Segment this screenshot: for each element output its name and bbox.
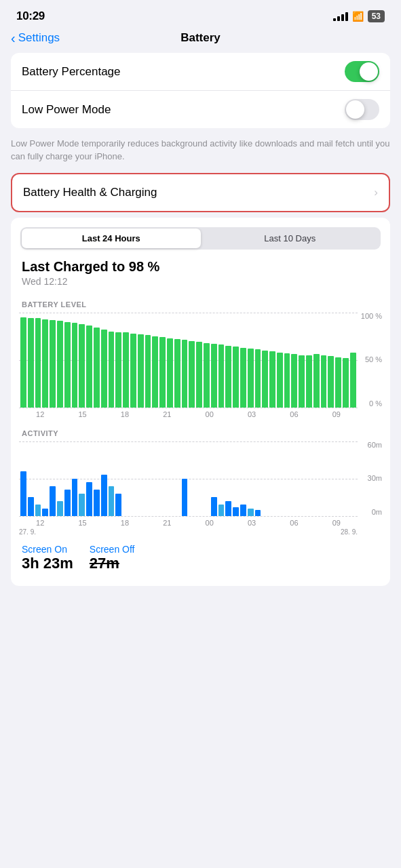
battery-health-chevron-icon: › [374,186,378,199]
act-bar-30 [233,507,239,516]
bar-38 [291,354,297,407]
time-segment-control[interactable]: Last 24 Hours Last 10 Days [20,227,381,250]
battery-y-labels: 100 % 50 % 0 % [361,313,382,408]
y-label-50: 50 % [361,356,382,363]
bar-5 [50,320,56,408]
act-bar-29 [225,501,231,516]
battery-percentage-row: Battery Percentage [11,53,390,90]
bar-26 [204,343,210,408]
screen-on-item: Screen On 3h 23m [22,544,73,572]
act-x-03: 03 [231,519,273,527]
activity-bars [19,441,358,516]
screen-off-label: Screen Off [90,544,135,555]
act-bar-4 [42,509,48,516]
activity-chart: 60m 30m 0m [19,441,382,516]
nav-header: ‹ Settings Battery [0,27,401,53]
act-bar-27 [211,497,217,516]
act-bar-10 [86,482,92,516]
date-label-left: 27. 9. [19,528,36,536]
segment-24h[interactable]: Last 24 Hours [22,229,201,248]
page-title: Battery [180,31,221,45]
grid-line-bottom [19,408,358,408]
bar-17 [138,334,144,408]
act-bar-11 [94,490,100,516]
bar-46 [350,353,356,408]
act-bar-5 [50,486,56,516]
bar-27 [211,344,217,408]
battery-percentage-thumb [360,62,378,81]
x-label-12: 12 [19,410,61,418]
low-power-toggle[interactable] [345,99,379,120]
battery-health-row[interactable]: Battery Health & Charging › [12,174,389,211]
bar-41 [313,354,320,407]
date-labels: 27. 9. 28. 9. [19,527,358,536]
act-bar-32 [248,509,254,516]
segment-10d[interactable]: Last 10 Days [201,229,380,248]
low-power-row: Low Power Mode [11,90,390,128]
bar-1 [20,317,26,408]
x-label-18: 18 [104,410,146,418]
act-bar-6 [57,501,63,516]
bar-35 [269,351,275,408]
battery-health-label: Battery Health & Charging [23,186,157,199]
act-x-21: 21 [146,519,188,527]
bar-8 [72,323,78,408]
last-charged-title: Last Charged to 98 % [22,259,379,275]
bar-24 [189,341,195,408]
wifi-icon: 📶 [352,11,364,22]
act-bar-12 [101,475,107,516]
status-bar: 10:29 📶 53 [0,0,401,27]
act-bar-3 [35,505,41,516]
status-time: 10:29 [16,9,45,23]
date-label-right: 28. 9. [341,528,358,536]
battery-health-card[interactable]: Battery Health & Charging › [11,173,390,212]
bar-19 [152,336,158,408]
bar-37 [284,353,290,408]
bar-31 [240,348,246,408]
bar-30 [233,347,239,408]
screen-on-label: Screen On [22,544,73,555]
activity-section: ACTIVITY 60m 30m 0m [11,418,390,536]
screen-on-value: 3h 23m [22,555,73,572]
bar-20 [159,337,166,408]
bar-42 [321,355,327,408]
battery-x-labels: 12 15 18 21 00 03 06 09 [19,408,358,418]
act-bar-7 [64,490,71,516]
bar-39 [299,355,305,408]
bar-44 [335,357,341,408]
bar-32 [248,349,254,408]
activity-x-labels: 12 15 18 21 00 03 06 09 [19,516,358,527]
bar-29 [225,346,231,408]
y-label-0: 0 % [361,400,382,408]
screen-legend: Screen On 3h 23m Screen Off 27m [11,536,390,575]
bar-23 [182,340,188,407]
y-label-100: 100 % [361,313,382,320]
bar-10 [86,326,92,407]
bar-2 [28,318,34,408]
bar-6 [57,321,63,407]
bar-13 [109,332,115,408]
act-bar-1 [20,471,26,516]
bar-16 [130,334,136,408]
battery-level-label: BATTERY LEVEL [19,300,382,309]
last-charged-section: Last Charged to 98 % Wed 12:12 [11,256,390,295]
act-x-06: 06 [273,519,315,527]
back-button[interactable]: ‹ Settings [11,31,60,45]
bar-9 [79,324,85,408]
bar-34 [262,351,268,408]
x-label-21: 21 [146,410,188,418]
activity-y-60: 60m [368,441,382,449]
battery-percent: 53 [372,12,381,21]
screen-off-item: Screen Off 27m [90,544,135,572]
act-x-15: 15 [61,519,103,527]
bar-36 [277,353,283,408]
act-bar-8 [72,479,78,516]
bar-33 [255,349,261,407]
battery-percentage-toggle[interactable] [345,61,379,82]
x-label-15: 15 [61,410,103,418]
act-x-12: 12 [19,519,61,527]
battery-level-chart: 100 % 50 % 0 % [19,313,382,408]
low-power-label: Low Power Mode [22,103,111,117]
bar-43 [328,356,334,408]
act-x-18: 18 [104,519,146,527]
